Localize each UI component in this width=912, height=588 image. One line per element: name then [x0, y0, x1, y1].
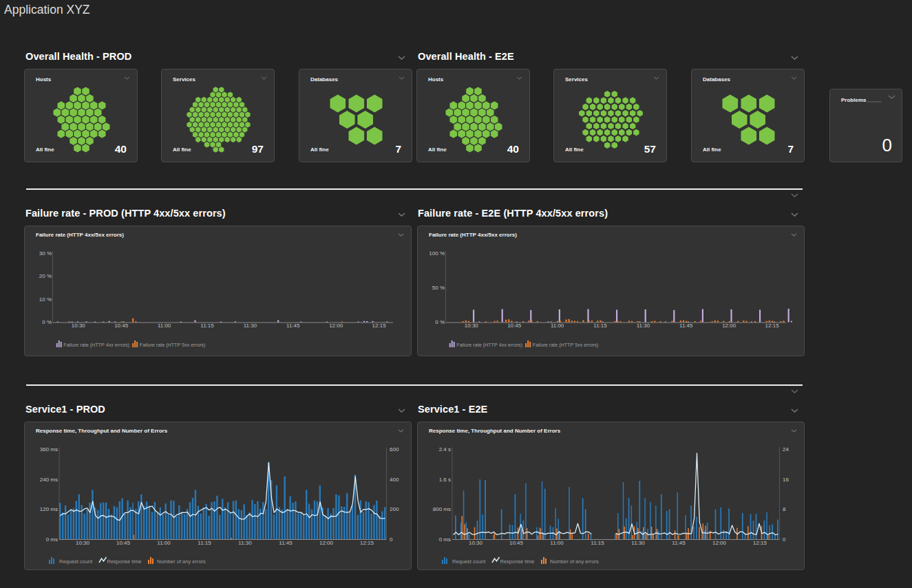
- svg-text:11:00: 11:00: [158, 323, 171, 329]
- svg-text:0 ms: 0 ms: [439, 536, 451, 543]
- svg-text:800 ms: 800 ms: [433, 506, 451, 512]
- svg-text:11:15: 11:15: [593, 323, 607, 329]
- svg-text:30 %: 30 %: [39, 250, 52, 257]
- svg-text:20 %: 20 %: [39, 273, 52, 279]
- svg-text:10:30: 10:30: [72, 323, 86, 329]
- svg-text:10 %: 10 %: [39, 296, 52, 303]
- svg-text:Failure rate (HTTP 4xx errors): Failure rate (HTTP 4xx errors): [63, 342, 129, 348]
- svg-text:12:15: 12:15: [765, 323, 780, 329]
- svg-text:240 ms: 240 ms: [40, 477, 58, 483]
- svg-text:16: 16: [783, 477, 789, 483]
- svg-text:0: 0: [783, 536, 786, 543]
- svg-text:11:00: 11:00: [551, 323, 564, 329]
- svg-text:360 ms: 360 ms: [40, 446, 58, 453]
- svg-text:11:45: 11:45: [279, 540, 293, 546]
- svg-text:Number of any errors: Number of any errors: [157, 558, 206, 565]
- svg-text:12:00: 12:00: [722, 323, 736, 329]
- svg-text:12:15: 12:15: [372, 323, 387, 329]
- svg-text:11:30: 11:30: [637, 323, 650, 329]
- svg-text:11:30: 11:30: [631, 540, 645, 546]
- svg-text:0 %: 0 %: [435, 319, 445, 325]
- svg-text:8: 8: [783, 506, 786, 512]
- svg-text:11:00: 11:00: [157, 540, 171, 546]
- svg-text:10:45: 10:45: [116, 540, 131, 546]
- svg-text:10:30: 10:30: [76, 540, 90, 546]
- svg-text:Failure rate (HTTP 5xx errors): Failure rate (HTTP 5xx errors): [533, 342, 599, 348]
- svg-text:10:45: 10:45: [507, 323, 522, 329]
- svg-text:12:00: 12:00: [712, 540, 727, 546]
- svg-text:11:45: 11:45: [672, 540, 686, 546]
- svg-text:0 %: 0 %: [42, 319, 52, 325]
- svg-text:24: 24: [783, 446, 789, 453]
- svg-text:11:45: 11:45: [679, 323, 693, 329]
- svg-text:50 %: 50 %: [432, 285, 445, 291]
- svg-text:Number of any errors: Number of any errors: [550, 558, 599, 565]
- svg-text:10:30: 10:30: [465, 323, 479, 329]
- svg-text:11:45: 11:45: [286, 323, 300, 329]
- svg-text:0 ms: 0 ms: [46, 536, 58, 543]
- svg-text:Request count: Request count: [452, 558, 486, 565]
- svg-text:Failure rate (HTTP 4xx errors): Failure rate (HTTP 4xx errors): [456, 342, 522, 348]
- svg-text:Failure rate (HTTP 5xx errors): Failure rate (HTTP 5xx errors): [140, 342, 206, 348]
- svg-text:200: 200: [390, 506, 399, 512]
- svg-text:0: 0: [390, 536, 393, 543]
- svg-text:12:15: 12:15: [360, 540, 374, 546]
- svg-text:12:00: 12:00: [329, 323, 343, 329]
- svg-text:Response time: Response time: [500, 558, 535, 565]
- svg-text:600: 600: [390, 446, 399, 453]
- svg-text:11:15: 11:15: [591, 540, 604, 546]
- svg-text:Response time: Response time: [107, 558, 142, 565]
- svg-text:11:30: 11:30: [238, 540, 252, 546]
- svg-text:11:15: 11:15: [200, 323, 214, 329]
- svg-text:2.4 s: 2.4 s: [439, 446, 451, 453]
- svg-text:10:30: 10:30: [469, 540, 483, 546]
- svg-text:100 %: 100 %: [429, 250, 445, 257]
- svg-text:11:15: 11:15: [198, 540, 211, 546]
- svg-text:11:30: 11:30: [244, 323, 257, 329]
- svg-text:12:15: 12:15: [753, 540, 767, 546]
- svg-text:12:00: 12:00: [319, 540, 334, 546]
- svg-text:10:45: 10:45: [114, 323, 129, 329]
- svg-text:Request count: Request count: [59, 558, 93, 565]
- svg-text:11:00: 11:00: [550, 540, 564, 546]
- svg-text:10:45: 10:45: [509, 540, 524, 546]
- svg-text:1.6 s: 1.6 s: [439, 477, 451, 483]
- svg-text:120 ms: 120 ms: [40, 506, 58, 512]
- svg-text:400: 400: [390, 477, 399, 483]
